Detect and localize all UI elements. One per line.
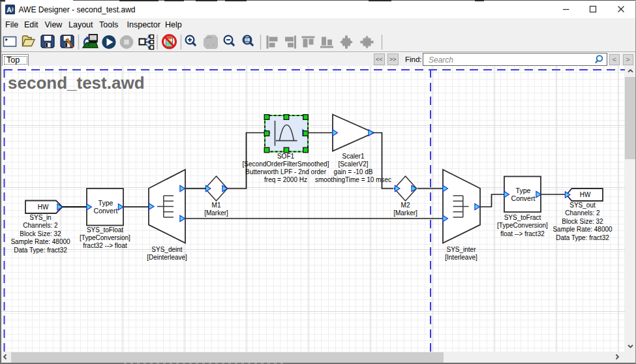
svg-text:[ScalerV2]: [ScalerV2] bbox=[338, 160, 368, 168]
svg-text:SYS_inter: SYS_inter bbox=[446, 246, 476, 253]
svg-text:Butterworth LPF - 2nd order: Butterworth LPF - 2nd order bbox=[245, 168, 327, 175]
svg-text:Data Type: fract32: Data Type: fract32 bbox=[14, 247, 67, 254]
svg-text:freq = 2000 Hz: freq = 2000 Hz bbox=[264, 176, 307, 183]
svg-text:gain = -10 dB: gain = -10 dB bbox=[334, 168, 373, 175]
svg-text:SYS_out: SYS_out bbox=[569, 202, 596, 209]
svg-text:Data Type: fract32: Data Type: fract32 bbox=[556, 234, 609, 241]
svg-text:SYS_deint: SYS_deint bbox=[151, 246, 182, 253]
svg-text:smoothingTime = 10 msec: smoothingTime = 10 msec bbox=[315, 176, 391, 183]
svg-text:AWE Designer - second_test.awd: AWE Designer - second_test.awd bbox=[19, 5, 136, 14]
svg-text:HW: HW bbox=[38, 204, 49, 211]
svg-text:Convert: Convert bbox=[511, 194, 536, 202]
svg-text:second_test.awd: second_test.awd bbox=[8, 73, 145, 93]
svg-text:[TypeConversion]: [TypeConversion] bbox=[497, 222, 548, 229]
svg-text:M2: M2 bbox=[401, 202, 410, 209]
svg-text:fract32 --> float: fract32 --> float bbox=[83, 242, 127, 249]
svg-text:Block Size: 32: Block Size: 32 bbox=[20, 230, 61, 237]
svg-text:M1: M1 bbox=[212, 202, 221, 209]
svg-text:[TypeConversion]: [TypeConversion] bbox=[80, 234, 130, 241]
svg-text:SOF1: SOF1 bbox=[277, 153, 295, 160]
svg-text:Block Size: 32: Block Size: 32 bbox=[562, 218, 603, 225]
svg-text:[Interleave]: [Interleave] bbox=[445, 254, 477, 261]
svg-text:[Deinterleave]: [Deinterleave] bbox=[147, 254, 187, 261]
svg-text:Channels: 2: Channels: 2 bbox=[23, 222, 58, 229]
svg-text:float --> fract32: float --> fract32 bbox=[500, 230, 545, 237]
svg-text:[Marker]: [Marker] bbox=[393, 209, 417, 217]
svg-text:Sample Rate: 48000: Sample Rate: 48000 bbox=[553, 226, 613, 233]
svg-text:[SecondOrderFilterSmoothed]: [SecondOrderFilterSmoothed] bbox=[243, 160, 329, 168]
svg-text:Convert: Convert bbox=[94, 207, 118, 215]
svg-text:SYS_in: SYS_in bbox=[29, 214, 51, 221]
svg-text:HW: HW bbox=[580, 191, 591, 198]
svg-text:A: A bbox=[7, 6, 12, 14]
svg-text:SYS_toFract: SYS_toFract bbox=[504, 214, 541, 221]
svg-text:Channels: 2: Channels: 2 bbox=[565, 209, 600, 217]
svg-text:Sample Rate: 48000: Sample Rate: 48000 bbox=[10, 238, 70, 245]
svg-text:Type: Type bbox=[98, 199, 114, 207]
svg-text:Scaler1: Scaler1 bbox=[342, 153, 365, 160]
svg-text:[Marker]: [Marker] bbox=[204, 209, 228, 217]
svg-text:SYS_toFloat: SYS_toFloat bbox=[87, 226, 123, 234]
svg-text:Type: Type bbox=[516, 187, 531, 194]
